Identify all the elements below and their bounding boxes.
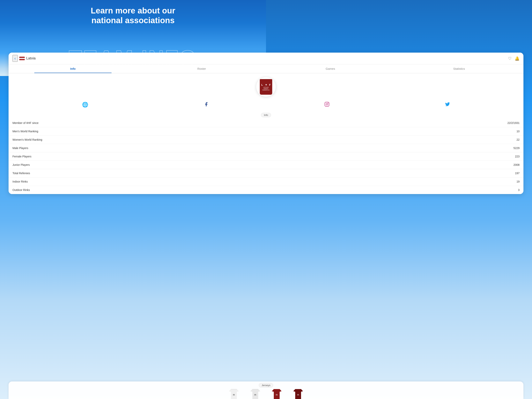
info-label-male-players: Male Players bbox=[13, 147, 28, 150]
team-logo: L ✦ F LATVIJASHOKEJAFEDERĀCIJA bbox=[256, 77, 266, 97]
table-row: Male Players 5229 bbox=[9, 144, 266, 152]
table-row: Outdoor Rinks 3 bbox=[9, 186, 266, 194]
social-links: 🌐 bbox=[9, 99, 266, 111]
lhf-logo-top: L ✦ F bbox=[260, 83, 266, 86]
table-row: Indoor Rinks 19 bbox=[9, 178, 266, 186]
lhf-subtitle: LATVIJASHOKEJAFEDERĀCIJA bbox=[262, 87, 266, 91]
info-label-iihf: Member of IIHF since bbox=[13, 121, 38, 124]
table-row: Junior Players 2008 bbox=[9, 161, 266, 169]
facebook-icon[interactable] bbox=[204, 102, 209, 108]
info-section-header: Info bbox=[9, 111, 266, 119]
table-row: Female Players 223 bbox=[9, 152, 266, 161]
hero-title: Learn more about our national associatio… bbox=[91, 6, 175, 26]
globe-icon[interactable]: 🌐 bbox=[82, 102, 88, 108]
hero-section: Learn more about our national associatio… bbox=[0, 0, 266, 76]
info-label-womens-ranking: Women's World Ranking bbox=[13, 138, 42, 141]
info-label-referees: Total Referees bbox=[13, 172, 30, 175]
info-badge: Info bbox=[261, 113, 266, 117]
watermark-text: TEAM INFO bbox=[0, 45, 266, 70]
table-row: Total Referees 197 bbox=[9, 169, 266, 178]
info-label-female-players: Female Players bbox=[13, 155, 31, 158]
app-card: ‹ Latvia ♡ 🔔 Info Roster Games Statistic… bbox=[9, 53, 266, 194]
logo-section: L ✦ F LATVIJASHOKEJAFEDERĀCIJA bbox=[9, 73, 266, 99]
lhf-logo-graphic: L ✦ F LATVIJASHOKEJAFEDERĀCIJA bbox=[260, 79, 266, 95]
info-label-junior-players: Junior Players bbox=[13, 163, 30, 166]
lhf-letter-l: L bbox=[261, 84, 263, 86]
table-row: Men's World Ranking 10 bbox=[9, 127, 266, 135]
table-row: Member of IIHF since 22/2/1931 bbox=[9, 119, 266, 127]
info-label-indoor-rinks: Indoor Rinks bbox=[13, 180, 28, 183]
info-label-outdoor-rinks: Outdoor Rinks bbox=[13, 188, 30, 192]
info-label-mens-ranking: Men's World Ranking bbox=[13, 130, 38, 133]
table-row: Women's World Ranking 22 bbox=[9, 135, 266, 144]
info-table: Member of IIHF since 22/2/1931 Men's Wor… bbox=[9, 119, 266, 194]
lhf-cross-symbol: ✦ bbox=[265, 83, 266, 86]
